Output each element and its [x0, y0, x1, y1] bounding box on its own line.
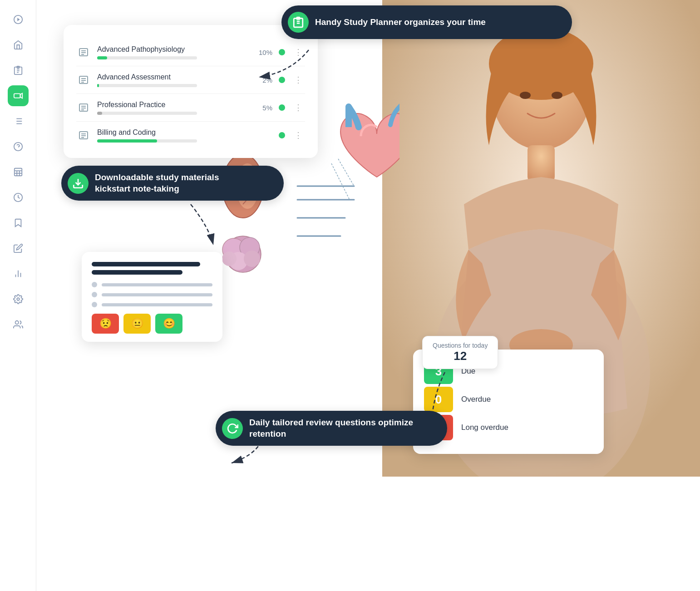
note-row-3 [92, 302, 212, 307]
questions-overdue-row: 0 Overdue [424, 387, 593, 412]
sidebar-icon-clipboard[interactable] [8, 60, 29, 81]
course-percent: 2% [254, 76, 272, 84]
note-text [102, 303, 212, 306]
course-info: Billing and Coding [97, 128, 248, 143]
sidebar-icon-edit[interactable] [8, 238, 29, 259]
course-icon [76, 100, 91, 115]
questions-today-label: Questions for today [433, 342, 488, 349]
course-icon [76, 45, 91, 59]
progress-bar-bg [97, 139, 197, 143]
progress-bar-fill [97, 139, 157, 143]
note-row-2 [92, 292, 212, 297]
note-bullet [92, 292, 97, 297]
status-dot [279, 104, 285, 111]
sidebar-icon-video[interactable] [8, 85, 29, 106]
more-menu-button[interactable]: ⋮ [291, 46, 305, 58]
course-info: Advanced Assessment [97, 73, 248, 87]
planner-tooltip-icon [288, 12, 309, 33]
planner-row-pathophysiology: Advanced Pathophysiology 10% ⋮ [76, 39, 305, 66]
course-name: Advanced Assessment [97, 73, 248, 81]
course-percent: 10% [254, 49, 272, 56]
rating-emojis: 😟 😐 😊 [92, 314, 212, 334]
svg-line-65 [331, 163, 350, 200]
svg-point-59 [222, 251, 237, 266]
overdue-count-box: 0 [424, 387, 453, 412]
rating-neutral-button[interactable]: 😐 [123, 314, 151, 334]
sidebar-icon-users[interactable] [8, 314, 29, 335]
planner-row-billing: Billing and Coding ⋮ [76, 122, 305, 149]
course-name: Professional Practice [97, 101, 248, 109]
download-tooltip-text: Downloadable study materials kickstart n… [95, 172, 219, 194]
sidebar [0, 0, 36, 591]
note-text [102, 283, 212, 286]
overdue-label: Overdue [453, 395, 593, 404]
review-tooltip-icon [222, 418, 243, 439]
tooltip-review: Daily tailored review questions optimize… [216, 411, 447, 446]
main-content: Advanced Pathophysiology 10% ⋮ Advanced … [36, 0, 700, 591]
more-menu-button[interactable]: ⋮ [291, 102, 305, 113]
svg-point-33 [520, 92, 531, 99]
more-menu-button[interactable]: ⋮ [291, 129, 305, 141]
sidebar-icon-bookmark[interactable] [8, 212, 29, 233]
longoverdue-label: Long overdue [453, 423, 593, 432]
questions-today-bubble: Questions for today 12 [422, 336, 498, 369]
questions-today-number: 12 [433, 349, 488, 363]
planner-tooltip-text: Handy Study Planner organizes your time [315, 17, 486, 28]
planner-row-practice: Professional Practice 5% ⋮ [76, 94, 305, 122]
sidebar-icon-chart[interactable] [8, 263, 29, 284]
progress-bar-bg [97, 56, 197, 59]
course-icon [76, 128, 91, 143]
sidebar-icon-table[interactable] [8, 162, 29, 182]
sidebar-icon-settings[interactable] [8, 289, 29, 310]
svg-rect-17 [14, 168, 22, 176]
svg-point-27 [15, 321, 18, 324]
note-row-1 [92, 282, 212, 287]
svg-point-34 [552, 92, 562, 99]
svg-rect-32 [527, 145, 555, 182]
planner-row-assessment: Advanced Assessment 2% ⋮ [76, 66, 305, 94]
course-name: Billing and Coding [97, 128, 248, 137]
course-name: Advanced Pathophysiology [97, 45, 248, 54]
sidebar-icon-home[interactable] [8, 34, 29, 55]
rating-bad-button[interactable]: 😟 [92, 314, 119, 334]
status-dot [279, 49, 285, 55]
sidebar-icon-list[interactable] [8, 111, 29, 132]
tooltip-planner: Handy Study Planner organizes your time [281, 5, 572, 39]
status-dot [279, 77, 285, 83]
progress-bar-fill [97, 56, 107, 59]
sidebar-icon-clock[interactable] [8, 187, 29, 208]
sidebar-icon-play[interactable] [8, 9, 29, 30]
progress-bar-bg [97, 84, 197, 87]
note-bullet [92, 282, 97, 287]
planner-card: Advanced Pathophysiology 10% ⋮ Advanced … [64, 25, 318, 158]
course-info: Advanced Pathophysiology [97, 45, 248, 59]
sidebar-icon-quiz[interactable] [8, 136, 29, 157]
course-percent: 5% [254, 104, 272, 112]
rating-good-button[interactable]: 😊 [155, 314, 182, 334]
course-icon [76, 73, 91, 87]
svg-marker-8 [20, 94, 22, 98]
note-text [102, 293, 212, 296]
tooltip-download: Downloadable study materials kickstart n… [61, 166, 284, 201]
review-tooltip-text: Daily tailored review questions optimize… [249, 417, 434, 439]
progress-bar-fill [97, 84, 99, 87]
svg-point-58 [244, 251, 260, 267]
download-tooltip-icon [68, 173, 89, 194]
course-info: Professional Practice [97, 101, 248, 115]
questions-longoverdue-row: 9 Long overdue [424, 415, 593, 440]
status-dot [279, 132, 285, 138]
svg-point-26 [17, 298, 20, 300]
more-menu-button[interactable]: ⋮ [291, 74, 305, 86]
note-bullet [92, 302, 97, 307]
progress-bar-bg [97, 112, 197, 115]
note-card: 😟 😐 😊 [82, 252, 222, 342]
svg-marker-1 [17, 18, 20, 21]
note-line-1 [92, 262, 200, 266]
note-line-2 [92, 270, 182, 275]
svg-rect-7 [14, 94, 20, 98]
progress-bar-fill [97, 112, 102, 115]
